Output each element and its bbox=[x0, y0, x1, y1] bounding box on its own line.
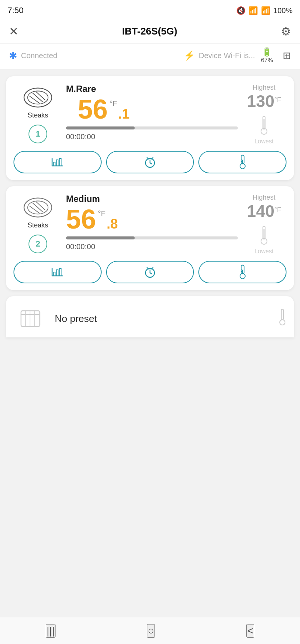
prev-button[interactable]: < bbox=[246, 624, 254, 638]
svg-line-39 bbox=[150, 273, 152, 274]
svg-rect-11 bbox=[56, 160, 58, 166]
svg-rect-10 bbox=[53, 162, 55, 166]
svg-line-27 bbox=[36, 202, 45, 210]
svg-point-19 bbox=[240, 164, 245, 169]
wifi-icon: 📶 bbox=[249, 6, 258, 15]
probe-2-icon-col: Steaks 2 bbox=[14, 194, 62, 253]
probe-2-graph-button[interactable] bbox=[14, 261, 102, 283]
svg-line-3 bbox=[36, 92, 45, 100]
svg-point-43 bbox=[240, 274, 245, 279]
svg-rect-35 bbox=[56, 270, 58, 276]
svg-line-26 bbox=[32, 203, 42, 212]
nav-bar: ✕ IBT-26S(5G) ⚙ bbox=[0, 20, 300, 44]
bluetooth-icon: ✱ bbox=[9, 50, 17, 62]
probe-1-highest-label: Highest bbox=[252, 84, 275, 92]
bluetooth-status: ✱ Connected bbox=[9, 50, 57, 62]
probe-2-highest-value: 140 bbox=[247, 203, 274, 220]
signal-icon: 📶 bbox=[261, 6, 270, 15]
probe-1-progress-bar bbox=[66, 126, 238, 129]
probe-1-highest-temp-row: 130 °F bbox=[247, 93, 281, 110]
probe-1-temp-dec: .1 bbox=[118, 106, 130, 122]
connection-bar: ✱ Connected ⚡ Device Wi-Fi is... 🔋 67% ⊞ bbox=[0, 44, 300, 69]
probe-1-temp-main: 56 bbox=[78, 96, 108, 123]
svg-line-2 bbox=[32, 93, 42, 102]
probe-1-top-row: Steaks 1 M.Rare °F 56 °F .1 00:00:00 bbox=[14, 84, 286, 145]
probe-1-highest-unit: °F bbox=[274, 96, 281, 104]
device-battery: 🔋 67% bbox=[261, 47, 273, 64]
svg-rect-48 bbox=[21, 311, 40, 327]
probe-2-temp-main: 56 bbox=[66, 206, 96, 233]
page-title: IBT-26S(5G) bbox=[122, 26, 177, 37]
status-time: 7:50 bbox=[8, 6, 24, 15]
battery-icon: 🔋 bbox=[262, 47, 272, 57]
steak-icon-2 bbox=[21, 194, 54, 219]
grid-icon[interactable]: ⊞ bbox=[283, 50, 291, 62]
probe-2-unit: °F bbox=[98, 209, 105, 218]
no-preset-text: No preset bbox=[55, 313, 271, 325]
svg-rect-31 bbox=[263, 229, 264, 239]
bottom-nav: ||| ○ < bbox=[0, 617, 300, 644]
wifi-off-icon: ⚡ bbox=[184, 50, 195, 61]
probe-2-timer: 00:00:00 bbox=[66, 242, 238, 251]
probe-1-preset: M.Rare bbox=[66, 84, 238, 94]
probe-1-right: Highest 130 °F Lowest bbox=[242, 84, 286, 145]
svg-rect-7 bbox=[263, 119, 264, 129]
probe-card-2: Steaks 2 Medium 56 °F .8 00:00:00 Highes… bbox=[6, 186, 294, 290]
status-icons: 🔇 📶 📶 100% bbox=[236, 6, 292, 15]
probe-2-temp-row: 56 °F .8 bbox=[66, 206, 238, 233]
battery-status: 100% bbox=[273, 6, 292, 15]
no-preset-icon bbox=[14, 305, 47, 332]
battery-percent: 67% bbox=[261, 57, 273, 64]
probe-1-badge: 1 bbox=[28, 125, 47, 143]
probe-1-highest-value: 130 bbox=[247, 93, 274, 110]
settings-button[interactable]: ⚙ bbox=[281, 25, 291, 38]
probe-2-actions bbox=[14, 261, 286, 283]
svg-point-54 bbox=[280, 320, 285, 325]
probe-1-alarm-button[interactable] bbox=[106, 151, 194, 173]
svg-rect-34 bbox=[53, 272, 55, 276]
wifi-status: ⚡ Device Wi-Fi is... bbox=[184, 50, 255, 61]
wifi-label: Device Wi-Fi is... bbox=[199, 51, 255, 60]
back-button[interactable]: ||| bbox=[46, 624, 56, 638]
probe-1-unit: °F bbox=[110, 99, 117, 108]
probe-1-progress-fill bbox=[66, 126, 135, 129]
no-preset-card: No preset bbox=[6, 296, 294, 337]
probe-1-timer: 00:00:00 bbox=[66, 132, 238, 141]
probe-1-icon-col: Steaks 1 bbox=[14, 84, 62, 143]
probe-1-center: M.Rare °F 56 °F .1 00:00:00 bbox=[62, 84, 242, 141]
svg-rect-53 bbox=[281, 309, 284, 320]
no-preset-thermo-icon bbox=[278, 309, 286, 328]
probe-2-highest-temp-row: 140 °F bbox=[247, 203, 281, 220]
probe-2-temp-button[interactable] bbox=[198, 261, 286, 283]
probe-card-1: Steaks 1 M.Rare °F 56 °F .1 00:00:00 bbox=[6, 76, 294, 180]
bluetooth-label: Connected bbox=[21, 51, 57, 60]
probe-2-lowest-thermo: Lowest bbox=[255, 226, 274, 255]
probe-2-alarm-button[interactable] bbox=[106, 261, 194, 283]
probe-2-highest-label: Highest bbox=[252, 194, 275, 202]
probe-1-lowest-thermo: Lowest bbox=[255, 116, 274, 145]
probe-2-center: Medium 56 °F .8 00:00:00 bbox=[62, 194, 242, 251]
probe-2-progress-bar bbox=[66, 236, 238, 239]
probe-1-actions bbox=[14, 151, 286, 173]
probe-1-food-label: Steaks bbox=[27, 111, 48, 119]
probe-2-badge: 2 bbox=[28, 235, 47, 253]
status-bar: 7:50 🔇 📶 📶 100% bbox=[0, 0, 300, 20]
svg-rect-36 bbox=[59, 268, 61, 276]
probe-2-highest-unit: °F bbox=[274, 206, 281, 214]
steak-icon-1 bbox=[21, 84, 54, 109]
svg-line-15 bbox=[150, 163, 152, 164]
probe-1-lowest-label: Lowest bbox=[255, 138, 274, 145]
home-button[interactable]: ○ bbox=[147, 624, 155, 638]
probe-2-preset: Medium bbox=[66, 194, 238, 204]
probe-2-temp-dec: .8 bbox=[106, 216, 118, 232]
probe-2-progress-fill bbox=[66, 236, 135, 239]
close-button[interactable]: ✕ bbox=[9, 25, 18, 38]
mute-icon: 🔇 bbox=[236, 6, 246, 15]
probe-1-graph-button[interactable] bbox=[14, 151, 102, 173]
svg-rect-12 bbox=[59, 158, 61, 166]
probe-2-right: Highest 140 °F Lowest bbox=[242, 194, 286, 255]
probe-1-temp-button[interactable] bbox=[198, 151, 286, 173]
probe-1-temp-row: °F 56 °F .1 bbox=[66, 96, 238, 123]
probe-2-top-row: Steaks 2 Medium 56 °F .8 00:00:00 Highes… bbox=[14, 194, 286, 255]
probe-2-lowest-label: Lowest bbox=[255, 248, 274, 255]
